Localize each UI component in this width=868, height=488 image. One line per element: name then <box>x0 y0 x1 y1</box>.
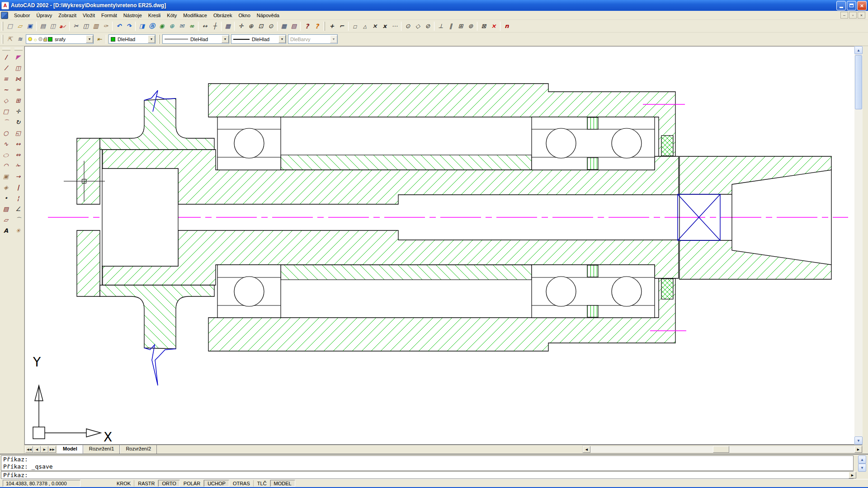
scroll-up-button[interactable]: ▲ <box>854 46 863 54</box>
menu-obrazek[interactable]: Obrázek <box>210 12 236 19</box>
array-button[interactable] <box>13 95 24 106</box>
mirror-button[interactable] <box>13 73 24 84</box>
rotate-button[interactable] <box>13 117 24 127</box>
toggle-polar[interactable]: POLÁR <box>180 480 204 487</box>
toggle-model[interactable]: MODEL <box>270 480 295 487</box>
circle-button[interactable] <box>0 127 11 138</box>
polyline-button[interactable] <box>0 84 11 95</box>
snap-none-button[interactable] <box>489 21 499 31</box>
menu-nastroje[interactable]: Nástroje <box>120 12 145 19</box>
prev-tab-button[interactable]: ◀ <box>33 446 41 453</box>
scroll-right-button[interactable]: ▶ <box>854 446 862 453</box>
command-prompt[interactable]: Příkaz: <box>1 471 854 479</box>
layer-freeze-icon[interactable]: ☼ <box>33 37 38 42</box>
snap-perpendicular-button[interactable] <box>436 21 446 31</box>
horizontal-scrollbar[interactable]: ◀ ▶ <box>582 446 863 453</box>
toggle-otras[interactable]: OTRAS <box>229 480 254 487</box>
named-ucs-button[interactable] <box>210 21 220 31</box>
command-scrollbar[interactable]: ▲ ▼ <box>858 455 866 472</box>
redo-button[interactable] <box>124 21 134 31</box>
tab-rozvrzeni2[interactable]: Rozvržení2 <box>120 445 157 454</box>
copy-object-button[interactable] <box>13 62 24 73</box>
fillet-button[interactable] <box>13 214 24 225</box>
autodesk-point-a-button[interactable] <box>147 21 157 31</box>
toggle-uchop[interactable]: UCHOP <box>204 480 229 487</box>
mdi-minimize-button[interactable]: – <box>840 12 848 19</box>
tab-model[interactable]: Model <box>57 445 83 454</box>
multiline-button[interactable] <box>0 73 11 84</box>
pan-realtime-button[interactable] <box>236 21 246 31</box>
ellipse-button[interactable] <box>0 149 11 160</box>
minimize-button[interactable] <box>836 1 846 10</box>
make-block-button[interactable] <box>0 182 11 192</box>
region-button[interactable] <box>0 214 11 225</box>
autocad-app-icon[interactable]: A <box>1 2 9 9</box>
layer-lock-icon[interactable] <box>43 38 47 42</box>
menu-vlozit[interactable]: Vložit <box>80 12 98 19</box>
menu-zobrazit[interactable]: Zobrazit <box>55 12 80 19</box>
snap-nearest-button[interactable] <box>479 21 489 31</box>
line-button[interactable] <box>0 52 11 62</box>
polygon-button[interactable] <box>0 95 11 106</box>
scale-button[interactable] <box>13 127 24 138</box>
new-button[interactable] <box>5 21 15 31</box>
etransmit-button[interactable] <box>177 21 187 31</box>
erase-button[interactable] <box>13 52 24 62</box>
menu-format[interactable]: Formát <box>98 12 120 19</box>
snap-apparent-intersection-button[interactable] <box>380 21 390 31</box>
tab-rozvrzeni1[interactable]: Rozvržení1 <box>83 445 120 454</box>
drawing-icon[interactable] <box>1 12 8 19</box>
menu-napoveda[interactable]: Nápověda <box>254 12 283 19</box>
zoom-realtime-button[interactable] <box>246 21 256 31</box>
first-tab-button[interactable]: ◀◀ <box>25 446 33 453</box>
command-scroll-down-button[interactable]: ▼ <box>858 464 866 472</box>
linetype-combo-arrow[interactable]: ▼ <box>222 35 229 43</box>
close-button[interactable]: × <box>857 1 867 10</box>
temporary-tracking-button[interactable] <box>327 21 337 31</box>
break-button[interactable] <box>13 192 24 203</box>
snap-intersection-button[interactable] <box>370 21 380 31</box>
snap-extension-button[interactable] <box>390 21 400 31</box>
chamfer-button[interactable] <box>13 203 24 214</box>
layer-on-icon[interactable] <box>28 37 32 41</box>
linetype-combobox[interactable]: DleHlad ▼ <box>162 34 229 44</box>
layer-combobox[interactable]: ☼ srafy ▼ <box>26 34 94 44</box>
toggle-tlc[interactable]: TLČ <box>254 480 270 487</box>
extend-button[interactable] <box>13 171 24 182</box>
print-preview-button[interactable] <box>48 21 58 31</box>
active-assistance-button[interactable] <box>312 21 322 31</box>
color-combo-arrow[interactable]: ▼ <box>148 35 155 43</box>
horizontal-scroll-thumb[interactable] <box>713 446 729 453</box>
menu-soubor[interactable]: Soubor <box>11 12 33 19</box>
rectangle-button[interactable] <box>0 106 11 117</box>
mdi-close-button[interactable]: × <box>858 12 865 19</box>
scroll-left-button[interactable]: ◀ <box>583 446 590 453</box>
break-at-point-button[interactable] <box>13 182 24 192</box>
lineweight-combo-arrow[interactable]: ▼ <box>278 35 286 43</box>
toolbar-grip[interactable] <box>324 22 325 31</box>
match-properties-button[interactable] <box>101 21 111 31</box>
construction-line-button[interactable] <box>0 62 11 73</box>
offset-button[interactable] <box>13 84 24 95</box>
toggle-krok[interactable]: KROK <box>113 480 134 487</box>
snap-midpoint-button[interactable] <box>360 21 370 31</box>
distance-button[interactable] <box>200 21 210 31</box>
insert-block-button[interactable] <box>0 171 11 182</box>
menu-upravy[interactable]: Úpravy <box>33 12 55 19</box>
meet-now-button[interactable] <box>157 21 167 31</box>
autocad-today-button[interactable] <box>137 21 147 31</box>
menu-okno[interactable]: Okno <box>235 12 253 19</box>
named-views-button[interactable] <box>223 21 233 31</box>
designcenter-button[interactable] <box>289 21 299 31</box>
zoom-previous-button[interactable] <box>266 21 276 31</box>
paste-button[interactable] <box>91 21 101 31</box>
command-scroll-up-button[interactable]: ▲ <box>858 455 866 464</box>
spline-button[interactable] <box>0 138 11 149</box>
spelling-button[interactable] <box>58 21 68 31</box>
osnap-settings-button[interactable] <box>502 21 512 31</box>
lineweight-combobox[interactable]: DleHlad ▼ <box>231 34 286 44</box>
layers-button[interactable]: ≋ <box>15 34 25 44</box>
toolbar-grip[interactable] <box>2 35 3 44</box>
snap-insert-button[interactable] <box>456 21 466 31</box>
toolbar-grip[interactable] <box>14 48 23 51</box>
